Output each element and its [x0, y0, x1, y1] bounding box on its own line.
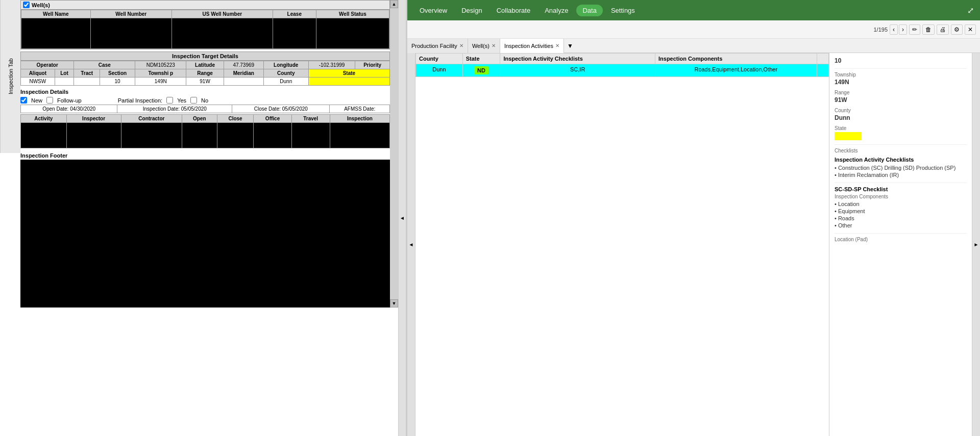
col-well-number: Well Number: [90, 10, 172, 18]
left-panel: Inspection Tab Well(s) Well Name Well Nu: [0, 0, 398, 436]
tab-inspection-activities[interactable]: Inspection Activities ✕: [500, 39, 564, 53]
lot-value: [55, 78, 74, 86]
print-btn[interactable]: 🖨: [937, 24, 949, 35]
latitude-value: 47.73969: [224, 61, 263, 69]
detail-township-value: 149N: [835, 79, 967, 86]
wells-table: Well Name Well Number US Well Number Lea…: [21, 10, 389, 49]
scroll-up-btn[interactable]: ▲: [390, 0, 398, 8]
new-checkbox[interactable]: [20, 97, 27, 104]
tab-production-facility-close[interactable]: ✕: [459, 43, 463, 48]
detail-county-value: Dunn: [835, 114, 967, 121]
nav-bar: Overview Design Collaborate Analyze Data…: [407, 0, 980, 20]
location-pad-label: Location (Pad): [835, 237, 967, 242]
longitude-value: -102.31999: [308, 61, 355, 69]
tab-wells-close[interactable]: ✕: [492, 43, 496, 48]
tab-wells[interactable]: Well(s) ✕: [468, 39, 500, 53]
wells-header-row: Well Name Well Number US Well Number Lea…: [21, 10, 389, 18]
meridian-value: [224, 78, 263, 86]
inspection-date-value: 05/05/2020: [181, 106, 207, 112]
close-btn[interactable]: ✕: [965, 24, 976, 35]
target-details-title: Inspection Target Details: [20, 52, 390, 61]
county-value: Dunn: [263, 78, 308, 86]
detail-township-section: Township 149N: [835, 72, 967, 86]
nav-design[interactable]: Design: [455, 5, 488, 16]
share-icon[interactable]: ⤢: [967, 6, 974, 15]
followup-checkbox[interactable]: [46, 97, 53, 104]
next-btn[interactable]: ›: [899, 24, 907, 35]
grid-row-0[interactable]: Dunn ND SC,IR Roads,Equipment,Location,O…: [416, 64, 829, 77]
tab-inspection-activities-close[interactable]: ✕: [555, 43, 559, 48]
detail-range-value: 91W: [835, 96, 967, 104]
inspection-details-header: Inspection Details: [20, 88, 390, 96]
col-activity: Activity: [21, 115, 67, 123]
yes-checkbox[interactable]: [166, 97, 173, 104]
detail-state-label: State: [835, 125, 967, 131]
detail-range-label: Range: [835, 90, 967, 95]
open-date-cell: Open Date: 04/30/2020: [21, 105, 117, 113]
open-date-value: 04/30/2020: [70, 106, 95, 112]
panel-collapse-btn[interactable]: ◄: [398, 0, 406, 436]
tab-bar: Production Facility ✕ Well(s) ✕ Inspecti…: [407, 39, 980, 53]
tract-label: Tract: [74, 69, 100, 78]
divider-1: [835, 68, 967, 69]
county-label: County: [263, 69, 308, 78]
state-label-cell: State: [308, 69, 389, 78]
grid-table: County State Inspection Activity Checkli…: [415, 53, 829, 77]
tab-production-facility[interactable]: Production Facility ✕: [407, 39, 468, 53]
range-value: 91W: [186, 78, 224, 86]
delete-btn[interactable]: 🗑: [922, 24, 935, 35]
grid-cell-state: ND: [462, 64, 500, 77]
grid-col-components: Inspection Components: [655, 54, 817, 64]
grid-cell-components: Roads,Equipment,Location,Other: [655, 64, 817, 77]
latitude-label: Latitude: [186, 61, 224, 69]
col-inspection: Inspection: [330, 115, 389, 123]
inspection-activity-checklists-title: Inspection Activity Checklists: [835, 157, 967, 163]
edit-btn[interactable]: ✏: [909, 24, 920, 35]
checklist-item-0: Construction (SC) Drilling (SD) Producti…: [835, 164, 967, 171]
left-panel-scrollbar[interactable]: ▲ ▼: [390, 0, 398, 307]
prev-btn[interactable]: ‹: [890, 24, 898, 35]
nav-settings[interactable]: Settings: [605, 5, 641, 16]
nav-analyze[interactable]: Analyze: [538, 5, 574, 16]
detail-county-section: County Dunn: [835, 108, 967, 121]
state-badge: ND: [474, 66, 488, 74]
nav-collaborate[interactable]: Collaborate: [491, 5, 537, 16]
aliquot-label: Aliquot: [21, 69, 55, 78]
col-us-well-number: US Well Number: [172, 10, 273, 18]
detail-checklists-label: Checklists: [835, 148, 967, 153]
col-close: Close: [217, 115, 254, 123]
settings-btn[interactable]: ⚙: [951, 24, 963, 35]
grid-cell-county: Dunn: [416, 64, 463, 77]
right-panel: Overview Design Collaborate Analyze Data…: [406, 0, 980, 436]
longitude-label: Longitude: [263, 61, 308, 69]
divider-4: [835, 233, 967, 234]
grid-col-checklists: Inspection Activity Checklists: [500, 54, 655, 64]
tab-more-btn[interactable]: ▼: [564, 42, 576, 49]
page-count: 1/195: [873, 27, 888, 33]
data-grid: ◄ County State Inspection Activity Check…: [407, 53, 980, 436]
checkbox-row: New Follow-up Partial Inspection: Yes No: [20, 96, 390, 105]
grid-col-extra: [817, 54, 828, 64]
priority-label: Priority: [355, 61, 390, 69]
col-well-name: Well Name: [21, 10, 91, 18]
wells-checkbox[interactable]: [23, 2, 30, 8]
col-travel: Travel: [291, 115, 330, 123]
section-value: 10: [100, 78, 135, 86]
col-lease: Lease: [273, 10, 316, 18]
partial-label: Partial Inspection:: [118, 97, 162, 104]
case-label: Case: [74, 61, 135, 69]
state-highlight: [835, 132, 862, 140]
close-date-cell: Close Date: 05/05/2020: [232, 105, 330, 113]
location-values-row: NWSW 10 149N 91W Dunn: [21, 78, 390, 86]
inspection-tab: Inspection Tab: [0, 0, 20, 153]
grid-collapse-left[interactable]: ◄: [407, 53, 415, 436]
toolbar: 1/195 ‹ › ✏ 🗑 🖨 ⚙ ✕: [407, 20, 980, 39]
operator-label: Operator: [21, 61, 74, 69]
nav-data[interactable]: Data: [576, 5, 602, 16]
scroll-down-btn[interactable]: ▼: [390, 299, 398, 307]
no-checkbox[interactable]: [190, 97, 197, 104]
nav-overview[interactable]: Overview: [413, 5, 453, 16]
grid-collapse-right[interactable]: ►: [972, 53, 980, 436]
grid-cell-extra: [817, 64, 828, 77]
detail-page-count-section: 10: [835, 57, 967, 64]
